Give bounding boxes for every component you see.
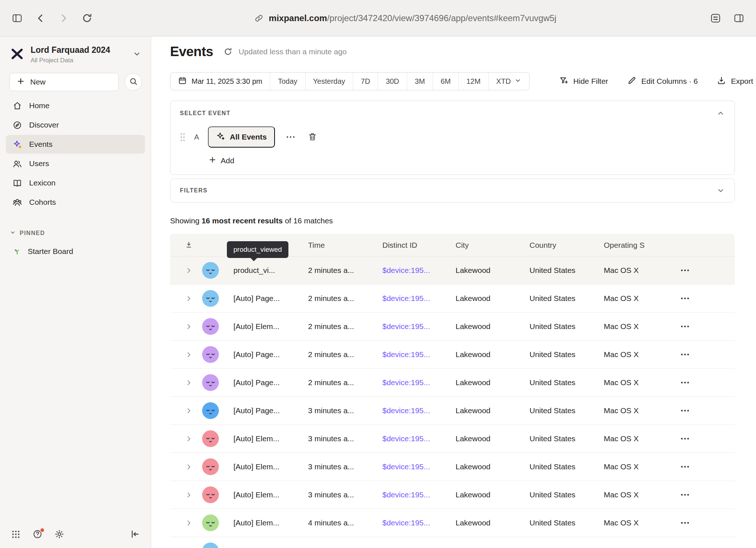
table-row[interactable]: [Auto] Page... 2 minutes a... $device:19… (170, 369, 735, 397)
sidebar-item-users[interactable]: Users (6, 154, 145, 173)
table-row[interactable]: [Auto] Page... 3 minutes a... $device:19… (170, 397, 735, 425)
range-today[interactable]: Today (270, 73, 305, 90)
gear-icon[interactable] (54, 529, 64, 539)
project-switcher[interactable]: Lord Farquaad 2024 All Project Data (0, 36, 151, 67)
hide-filter-label: Hide Filter (573, 77, 608, 86)
distinct-id-link[interactable]: $device:195... (382, 350, 430, 359)
sidebar-item-events[interactable]: Events (6, 135, 145, 154)
row-menu-button[interactable] (677, 432, 735, 445)
apps-grid-icon[interactable] (11, 529, 21, 539)
new-button[interactable]: New (9, 73, 119, 91)
page-settings-icon[interactable] (710, 13, 721, 24)
row-expand-chevron-icon[interactable] (170, 351, 201, 359)
mixpanel-logo-icon (9, 46, 25, 63)
sidebar-item-lexicon[interactable]: Lexicon (6, 173, 145, 192)
address-bar[interactable]: mixpanel.com/project/3472420/view/397469… (128, 13, 682, 23)
sidebar-item-starter-board[interactable]: Starter Board (6, 242, 145, 261)
drag-handle-icon[interactable] (180, 133, 185, 142)
chevron-up-icon[interactable] (716, 109, 725, 118)
range-12m[interactable]: 12M (458, 73, 488, 90)
distinct-id-link[interactable]: $device:195... (382, 378, 430, 387)
os-cell: Mac OS X (604, 462, 677, 471)
row-menu-button[interactable] (677, 545, 735, 548)
event-selector-button[interactable]: All Events (208, 126, 275, 148)
distinct-id-link[interactable]: $device:195... (382, 266, 430, 274)
col-header-time[interactable]: Time (308, 241, 382, 250)
trash-icon[interactable] (308, 132, 317, 142)
range-xtd[interactable]: XTD (488, 73, 529, 90)
row-menu-button[interactable] (677, 292, 735, 305)
table-row[interactable] (170, 537, 735, 548)
table-row[interactable]: [Auto] Elem... 3 minutes a... $device:19… (170, 425, 735, 453)
range-7d[interactable]: 7D (353, 73, 378, 90)
distinct-id-link[interactable]: $device:195... (382, 434, 430, 443)
city-cell: Lakewood (456, 350, 529, 359)
table-row[interactable]: [Auto] Elem... 2 minutes a... $device:19… (170, 313, 735, 341)
distinct-id-link[interactable]: $device:195... (382, 294, 430, 302)
row-expand-chevron-icon[interactable] (170, 323, 201, 330)
chevron-down-icon (133, 50, 141, 60)
pinned-section-header[interactable]: PINNED (0, 229, 151, 237)
distinct-id-link[interactable]: $device:195... (382, 518, 430, 527)
row-expand-chevron-icon[interactable] (170, 519, 201, 527)
collapse-sidebar-icon[interactable] (130, 529, 140, 539)
download-icon (717, 76, 726, 87)
event-avatar (202, 290, 219, 307)
row-menu-button[interactable] (677, 404, 735, 417)
table-row[interactable]: [Auto] Page... 2 minutes a... $device:19… (170, 285, 735, 313)
table-row[interactable]: [Auto] Page... 2 minutes a... $device:19… (170, 341, 735, 369)
row-expand-chevron-icon[interactable] (170, 463, 201, 471)
row-menu-button[interactable] (677, 461, 735, 473)
edit-columns-button[interactable]: Edit Columns · 6 (627, 76, 698, 87)
export-button[interactable]: Export (717, 76, 753, 87)
row-expand-chevron-icon[interactable] (170, 295, 201, 302)
row-expand-chevron-icon[interactable] (170, 435, 201, 443)
row-menu-button[interactable] (677, 264, 735, 277)
range-3m[interactable]: 3M (407, 73, 433, 90)
col-header-country[interactable]: Country (529, 241, 604, 250)
sidebar-item-cohorts[interactable]: Cohorts (6, 193, 145, 212)
row-expand-chevron-icon[interactable] (170, 267, 201, 274)
row-menu-button[interactable] (677, 320, 735, 333)
sidebar-item-discover[interactable]: Discover (6, 116, 145, 134)
table-row[interactable]: [Auto] Elem... 3 minutes a... $device:19… (170, 481, 735, 509)
link-icon (254, 13, 264, 23)
split-view-icon[interactable] (733, 13, 744, 24)
range-6m[interactable]: 6M (433, 73, 458, 90)
row-expand-chevron-icon[interactable] (170, 407, 201, 415)
refresh-icon[interactable] (223, 47, 233, 56)
table-row[interactable]: [Auto] Elem... 3 minutes a... $device:19… (170, 453, 735, 481)
table-row[interactable]: [Auto] Elem... 4 minutes a... $device:19… (170, 509, 735, 537)
sidebar-toggle-icon[interactable] (12, 13, 23, 24)
range-yesterday[interactable]: Yesterday (305, 73, 353, 90)
distinct-id-link[interactable]: $device:195... (382, 406, 430, 415)
distinct-id-link[interactable]: $device:195... (382, 462, 430, 471)
reload-icon[interactable] (82, 13, 92, 24)
date-picker[interactable]: Mar 11, 2025 3:30 pm (170, 73, 270, 90)
hide-filter-button[interactable]: Hide Filter (559, 76, 608, 87)
forward-icon[interactable] (58, 13, 69, 24)
distinct-id-link[interactable]: $device:195... (382, 490, 430, 499)
range-30d[interactable]: 30D (378, 73, 407, 90)
row-menu-button[interactable] (677, 517, 735, 529)
back-icon[interactable] (35, 13, 46, 24)
plus-icon (208, 156, 217, 166)
distinct-id-link[interactable]: $device:195... (382, 322, 430, 330)
col-header-os[interactable]: Operating S (604, 241, 677, 250)
collapse-all-icon[interactable] (170, 240, 201, 250)
col-header-distinct-id[interactable]: Distinct ID (382, 241, 456, 250)
results-suffix: of 16 matches (285, 216, 333, 225)
row-menu-button[interactable] (677, 376, 735, 389)
chevron-down-icon[interactable] (716, 186, 725, 195)
search-button[interactable] (125, 73, 142, 91)
col-header-city[interactable]: City (456, 241, 529, 250)
event-avatar (202, 402, 219, 419)
sidebar-item-home[interactable]: Home (6, 96, 145, 115)
add-event-button[interactable]: Add (208, 156, 725, 166)
row-menu-button[interactable] (677, 348, 735, 361)
row-expand-chevron-icon[interactable] (170, 491, 201, 499)
more-options-icon[interactable] (282, 132, 299, 142)
row-menu-button[interactable] (677, 489, 735, 501)
country-cell: United States (529, 518, 604, 527)
row-expand-chevron-icon[interactable] (170, 379, 201, 387)
